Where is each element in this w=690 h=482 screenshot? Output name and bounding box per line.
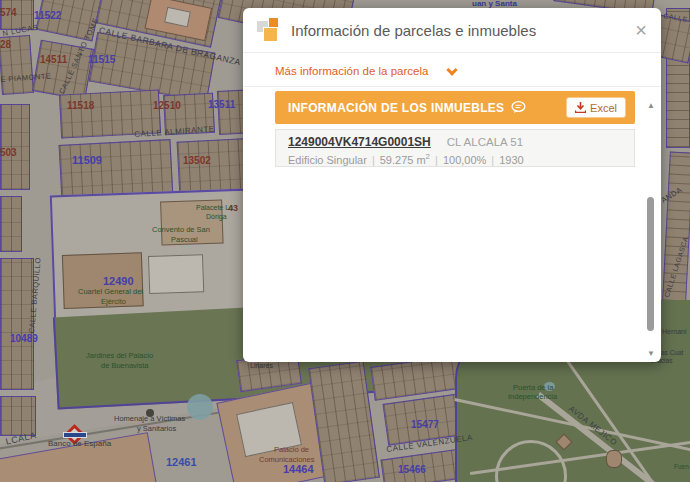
parcel-number: 14464 bbox=[283, 464, 314, 475]
poi-label: Banco de España bbox=[48, 440, 111, 448]
property-row: 1249004VK4714G0001SHCL ALCALA 51 Edifici… bbox=[275, 129, 635, 167]
divider bbox=[243, 86, 661, 87]
parcel-number: 12461 bbox=[166, 457, 197, 468]
poi-label: y Sanitarios bbox=[137, 425, 176, 433]
map-block bbox=[662, 151, 690, 302]
parcel-number: 15477 bbox=[411, 420, 439, 430]
poi-label: Palacio de bbox=[274, 446, 309, 454]
poi-label: Comunicaciones bbox=[259, 456, 314, 464]
poi-label: Fuen bbox=[674, 464, 689, 471]
parcel-number: 15466 bbox=[398, 465, 426, 475]
excel-export-button[interactable]: Excel bbox=[566, 97, 626, 118]
parcel-number: 11509 bbox=[72, 155, 102, 166]
parcel-number: 503 bbox=[0, 148, 17, 158]
parcel-number: 13502 bbox=[183, 156, 211, 166]
scrollbar-thumb[interactable] bbox=[647, 197, 654, 331]
parcel-number: 14511 bbox=[40, 55, 67, 65]
more-parcel-info-link[interactable]: Más información de la parcela bbox=[275, 65, 428, 77]
modal-title: Información de parcelas e inmuebles bbox=[291, 22, 536, 39]
poi-label: Palacete Ló bbox=[196, 204, 233, 211]
parcel-number: 10489 bbox=[10, 334, 38, 344]
comment-bubble-icon bbox=[511, 101, 526, 114]
close-icon[interactable]: × bbox=[631, 16, 651, 44]
parcel-number: 28 bbox=[0, 40, 11, 50]
excel-button-label: Excel bbox=[590, 102, 617, 114]
property-year: 1930 bbox=[499, 154, 523, 166]
parcel-number: 11515 bbox=[88, 55, 115, 65]
section-title: INFORMACIÓN DE LOS INMUEBLES bbox=[288, 101, 504, 115]
poi-label: Dóriga bbox=[206, 213, 227, 220]
chevron-down-icon[interactable] bbox=[446, 64, 457, 75]
scroll-up-icon[interactable]: ▲ bbox=[645, 101, 657, 110]
parcel-info-modal: Información de parcelas e inmuebles × Má… bbox=[243, 8, 661, 362]
parcel-number: 574 bbox=[0, 8, 17, 18]
fountain-cibeles bbox=[187, 394, 213, 420]
scroll-down-icon[interactable]: ▼ bbox=[645, 349, 657, 358]
cadastral-ref-link[interactable]: 1249004VK4714G0001SH bbox=[288, 135, 431, 149]
parcels-squares-icon bbox=[256, 17, 283, 44]
map-block bbox=[0, 196, 22, 252]
modal-scrollbar[interactable]: ▲ ▼ bbox=[645, 101, 657, 358]
property-participation: 100,00% bbox=[443, 154, 486, 166]
poi-label: Cuartel General del bbox=[78, 288, 143, 296]
poi-label: Puerta de la bbox=[513, 384, 553, 392]
property-details: Edificio Singular|59.275 m2|100,00%|1930 bbox=[288, 150, 622, 167]
parcel-number: 12490 bbox=[103, 276, 134, 287]
parcel-number: 13511 bbox=[208, 100, 235, 110]
download-icon bbox=[575, 102, 586, 113]
cadastre-map-viewer: CALLE BARBARA DE BRAGANZACALLE SANTO TOM… bbox=[0, 0, 690, 482]
poi-label: uan y Santa bbox=[472, 0, 517, 8]
park-building bbox=[606, 450, 622, 468]
poi-label: Linares bbox=[250, 362, 273, 369]
poi-label: Pascual bbox=[171, 236, 198, 244]
poi-label: Hernani bbox=[662, 328, 687, 335]
poi-label: Ejército bbox=[101, 298, 126, 306]
parcel-number: 11522 bbox=[34, 11, 61, 21]
property-address: CL ALCALA 51 bbox=[447, 136, 523, 148]
property-area: 59.275 m bbox=[380, 154, 426, 166]
property-type: Edificio Singular bbox=[288, 154, 367, 166]
inmuebles-section-header[interactable]: INFORMACIÓN DE LOS INMUEBLES Excel bbox=[275, 91, 635, 124]
poi-label: de Buenavista bbox=[101, 362, 149, 370]
poi-label: Convento de San bbox=[152, 226, 210, 234]
parcel-number: 11518 bbox=[67, 101, 94, 111]
poi-label: as Cuat bbox=[661, 350, 683, 357]
poi-label: Jardines del Palacio bbox=[86, 352, 153, 360]
modal-header: Información de parcelas e inmuebles × bbox=[243, 8, 661, 53]
parcel-number: 12510 bbox=[153, 101, 181, 111]
poi-label: Homenaje a Víctimas bbox=[114, 415, 185, 423]
poi-label: Independencia bbox=[508, 393, 557, 401]
modal-body: Más información de la parcela INFORMACIÓ… bbox=[243, 53, 661, 361]
